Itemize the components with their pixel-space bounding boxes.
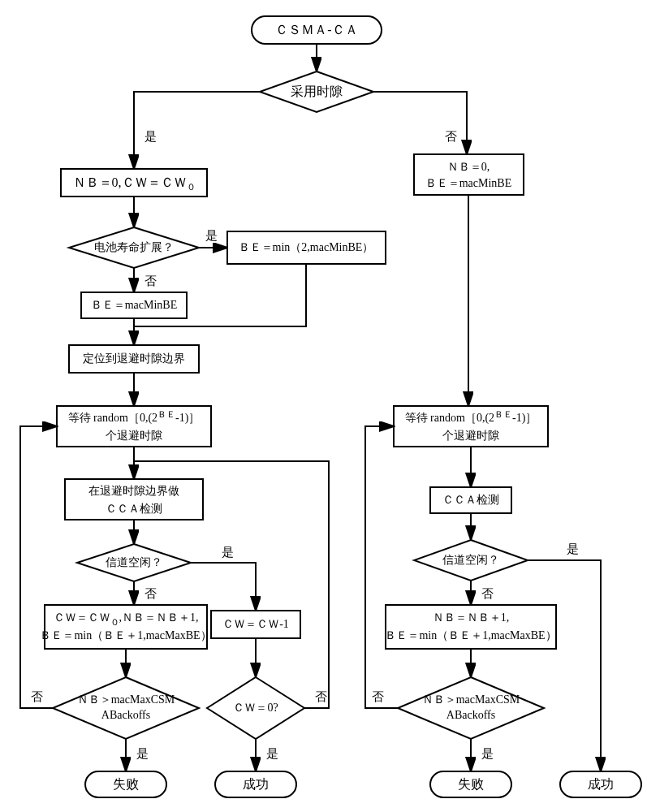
svg-marker-25: [398, 677, 544, 739]
left-update-l1b: ,ＮＢ＝ＮＢ＋1,: [119, 611, 199, 624]
right-update-l2: ＢＥ＝min（ＢＥ＋1,macMaxBE）: [385, 629, 556, 641]
left-cca-l1: 在退避时隙边界做: [88, 485, 179, 497]
right-idle-yes-label: 是: [567, 542, 579, 555]
slot-yes-label: 是: [144, 130, 157, 143]
be-min2-box: ＢＥ＝min（2,macMinBE）: [227, 231, 386, 264]
left-init-box: ＮＢ＝0,ＣＷ＝ＣＷ０: [61, 169, 207, 197]
left-wait-box: 等待 random［0,(2ＢＥ-1)］ 个退避时隙: [57, 406, 211, 447]
left-update-l2: ＢＥ＝min（ＢＥ＋1,macMaxBE）: [40, 629, 211, 641]
right-wait-l2: 个退避时隙: [442, 430, 499, 442]
left-idle-no-label: 否: [144, 587, 157, 600]
right-wait-tail: -1)］: [512, 412, 537, 425]
right-nb-l2: ABackoffs: [446, 709, 495, 721]
right-fail-terminator: 失败: [430, 771, 511, 797]
right-init-box: ＮＢ＝0, ＢＥ＝macMinBE: [414, 154, 524, 195]
flowchart-canvas: ＣＳＭＡ-ＣＡ 采用时隙 是 否 ＮＢ＝0,ＣＷ＝ＣＷ０ 电池寿命扩展？ 是 Ｂ…: [0, 0, 647, 812]
right-wait-box: 等待 random［0,(2ＢＥ-1)］ 个退避时隙: [394, 406, 548, 447]
left-idle-label: 信道空闲？: [106, 556, 162, 568]
locate-label: 定位到退避时隙边界: [83, 352, 185, 365]
cw-dec-label: ＣＷ＝ＣＷ-1: [222, 618, 289, 630]
right-idle-no-label: 否: [481, 587, 494, 600]
left-wait-exp: ＢＥ: [157, 409, 175, 419]
right-nb-yes-label: 是: [481, 747, 494, 760]
left-update-box: ＣＷ＝ＣＷ０,ＮＢ＝ＮＢ＋1, ＢＥ＝min（ＢＥ＋1,macMaxBE）: [40, 605, 211, 649]
edge-right-idle-yes: [528, 560, 601, 771]
left-success-label: 成功: [243, 777, 269, 791]
decision-battery: 电池寿命扩展？: [69, 227, 199, 268]
be-macmin-label: ＢＥ＝macMinBE: [91, 299, 178, 311]
cw0-label: ＣＷ＝0?: [233, 702, 278, 714]
left-init-text: ＮＢ＝0,ＣＷ＝ＣＷ: [73, 175, 187, 189]
left-nb-yes-label: 是: [136, 747, 149, 760]
left-nb-l2: ABackoffs: [101, 709, 150, 721]
right-wait-exp: ＢＥ: [494, 409, 512, 419]
be-min2-label: ＢＥ＝min（2,macMinBE）: [239, 241, 374, 253]
edge-left-nb-no-loop: [20, 426, 57, 708]
left-success-terminator: 成功: [215, 771, 296, 797]
battery-yes-label: 是: [205, 229, 218, 242]
right-update-l1: ＮＢ＝ＮＢ＋1,: [433, 611, 510, 624]
left-wait-l1: 等待 random［0,(2: [68, 412, 157, 425]
left-fail-label: 失败: [113, 777, 139, 791]
decision-cw0: ＣＷ＝0?: [207, 677, 304, 739]
right-idle-label: 信道空闲？: [442, 554, 499, 566]
start-terminator: ＣＳＭＡ-ＣＡ: [252, 16, 382, 44]
svg-text:ＮＢ＝0,ＣＷ＝ＣＷ０: ＮＢ＝0,ＣＷ＝ＣＷ０: [73, 175, 196, 192]
edge-right-nb-no-loop: [365, 426, 398, 708]
decision-battery-label: 电池寿命扩展？: [94, 241, 174, 253]
battery-no-label: 否: [144, 274, 157, 287]
right-init-l1: ＮＢ＝0,: [447, 161, 490, 173]
cw0-no-label: 否: [315, 690, 327, 703]
right-cca-label: ＣＣＡ检测: [442, 494, 499, 506]
right-wait-l1: 等待 random［0,(2: [405, 412, 494, 425]
left-update-l1a-sub: ０: [110, 617, 119, 627]
right-cca-box: ＣＣＡ检测: [430, 487, 511, 513]
left-fail-terminator: 失败: [85, 771, 166, 797]
cw0-yes-label: 是: [266, 747, 278, 760]
right-nb-l1: ＮＢ＞macMaxCSM: [422, 693, 520, 706]
left-init-sub: ０: [187, 182, 196, 192]
be-macmin-box: ＢＥ＝macMinBE: [81, 292, 187, 318]
right-decision-idle: 信道空闲？: [414, 540, 528, 581]
svg-text:等待 random［0,(2ＢＥ-1)］: 等待 random［0,(2ＢＥ-1)］: [68, 409, 201, 425]
right-nb-no-label: 否: [372, 690, 384, 703]
edge-slot-no: [373, 92, 467, 154]
left-nb-l1: ＮＢ＞macMaxCSM: [77, 693, 175, 706]
right-success-label: 成功: [588, 777, 614, 791]
right-init-l2: ＢＥ＝macMinBE: [425, 177, 512, 189]
edge-left-idle-yes: [191, 563, 256, 611]
locate-box: 定位到退避时隙边界: [69, 345, 199, 373]
decision-slot-label: 采用时隙: [291, 84, 343, 98]
svg-marker-15: [53, 677, 199, 739]
slot-no-label: 否: [445, 130, 457, 143]
left-wait-tail: -1)］: [175, 412, 200, 425]
svg-text:等待 random［0,(2ＢＥ-1)］: 等待 random［0,(2ＢＥ-1)］: [405, 409, 537, 425]
right-update-box: ＮＢ＝ＮＢ＋1, ＢＥ＝min（ＢＥ＋1,macMaxBE）: [385, 605, 556, 649]
right-success-terminator: 成功: [560, 771, 641, 797]
left-update-l1a: ＣＷ＝ＣＷ: [54, 611, 110, 624]
left-cca-l2: ＣＣＡ检测: [106, 503, 162, 515]
left-wait-l2: 个退避时隙: [106, 430, 162, 442]
left-cca-box: 在退避时隙边界做 ＣＣＡ检测: [65, 479, 203, 520]
cw-dec-box: ＣＷ＝ＣＷ-1: [211, 611, 300, 638]
right-fail-label: 失败: [458, 777, 484, 791]
left-decision-idle: 信道空闲？: [77, 544, 191, 581]
right-decision-nb: ＮＢ＞macMaxCSM ABackoffs: [398, 677, 544, 739]
left-idle-yes-label: 是: [222, 546, 234, 559]
left-decision-nb: ＮＢ＞macMaxCSM ABackoffs: [53, 677, 199, 739]
start-label: ＣＳＭＡ-ＣＡ: [275, 23, 357, 37]
decision-slot: 采用时隙: [260, 71, 373, 112]
left-nb-no-label: 否: [31, 690, 43, 703]
